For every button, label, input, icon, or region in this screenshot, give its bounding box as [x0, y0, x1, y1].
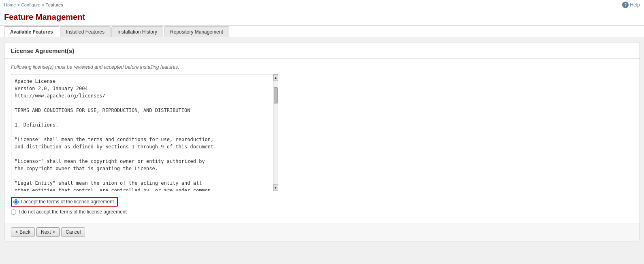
breadcrumb-features: Features [45, 2, 63, 7]
cancel-button[interactable]: Cancel [61, 227, 85, 237]
decline-radio[interactable] [11, 209, 16, 215]
breadcrumb: Home > Configure > Features [4, 2, 63, 7]
radio-accept-item: I accept the terms of the license agreem… [11, 197, 633, 207]
tabs-bar: Available Features Installed Features In… [0, 26, 644, 37]
tab-installation-history[interactable]: Installation History [111, 26, 163, 37]
radio-decline-item: I do not accept the terms of the license… [11, 209, 633, 215]
accept-radio[interactable] [13, 199, 19, 205]
scroll-thumb[interactable] [274, 87, 278, 103]
license-instruction: Following license(s) must be reviewed an… [11, 64, 633, 70]
next-button[interactable]: Next > [36, 227, 60, 237]
license-text: Apache License Version 2.0, January 2004… [11, 74, 273, 191]
card-body: Following license(s) must be reviewed an… [4, 59, 640, 223]
license-wrapper[interactable]: Apache License Version 2.0, January 2004… [11, 74, 278, 191]
license-card: License Agreement(s) Following license(s… [4, 42, 640, 241]
tab-repository-management[interactable]: Repository Management [164, 26, 229, 37]
scrollbar-track[interactable]: ▲ ▼ [273, 74, 278, 191]
radio-group: I accept the terms of the license agreem… [11, 197, 633, 215]
breadcrumb-configure[interactable]: Configure [21, 2, 41, 7]
tab-installed-features[interactable]: Installed Features [60, 26, 111, 37]
help-icon: ? [622, 2, 629, 8]
decline-label[interactable]: I do not accept the terms of the license… [19, 209, 127, 215]
help-link[interactable]: ? Help [622, 2, 640, 8]
back-button[interactable]: < Back [11, 227, 35, 237]
main-content: License Agreement(s) Following license(s… [0, 37, 644, 247]
breadcrumb-home[interactable]: Home [4, 2, 16, 7]
card-title: License Agreement(s) [4, 42, 640, 59]
tab-available-features[interactable]: Available Features [4, 26, 59, 37]
accept-box: I accept the terms of the license agreem… [11, 197, 118, 207]
page-title: Feature Management [0, 10, 644, 25]
top-bar: Home > Configure > Features ? Help [0, 0, 644, 10]
scroll-down-arrow[interactable]: ▼ [273, 184, 278, 191]
btn-bar: < Back Next > Cancel [4, 223, 640, 241]
scroll-up-arrow[interactable]: ▲ [273, 74, 278, 81]
accept-label[interactable]: I accept the terms of the license agreem… [21, 199, 114, 205]
